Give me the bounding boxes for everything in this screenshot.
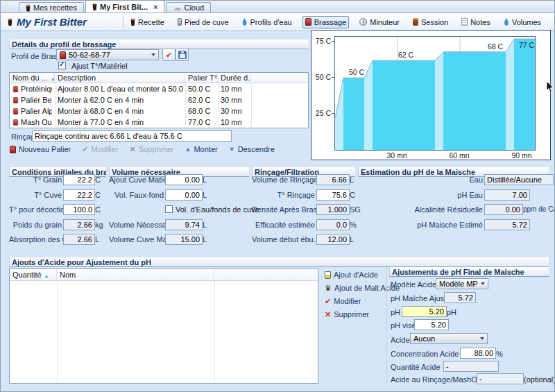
button-label: Ajout de Malt Acide [334, 284, 400, 292]
ph-input[interactable] [402, 306, 447, 317]
cell-temp: 50.0 C [185, 83, 218, 94]
tab-mes-recettes[interactable]: Mes recettes [19, 2, 84, 12]
recipe-title: My First Bitter [1, 16, 119, 28]
acid-buttons: Ajout d'Acide♛Ajout de Malt Acide✔Modifi… [325, 271, 400, 318]
step-name: Protéinique [21, 83, 52, 94]
tab-close-icon[interactable]: × [153, 3, 157, 10]
volume-d-but-bu-value [316, 234, 350, 245]
toolbar-button-volumes[interactable]: Volumes [501, 16, 544, 28]
mashtun-icon [13, 86, 18, 92]
column-header-duration[interactable]: Durée d... [218, 73, 251, 83]
t-rin-age-input[interactable] [316, 189, 350, 201]
t-rin-age-unit: C [350, 191, 355, 199]
ph-adjusted-value [444, 292, 476, 303]
toolbar-button-notes[interactable]: Notes [459, 16, 493, 28]
acid-model-value: Modèle MPH 3 [439, 280, 478, 288]
vol-faux-fond-label: Vol. Faux-fond [109, 191, 164, 199]
tab-label: Mes recettes [33, 3, 77, 12]
column-divider [55, 83, 56, 127]
column-header-quantity[interactable]: Quantité▲ [10, 269, 57, 280]
acid-select[interactable]: Aucun [410, 333, 488, 344]
beersmith-window: Mes recettesMy First Bit...×☁Cloud My Fi… [0, 0, 555, 392]
save-profile-button[interactable] [176, 49, 189, 61]
acid-concentration-label: Concentration Acide [391, 350, 459, 358]
toolbar-button-session[interactable]: Session [410, 16, 451, 28]
page-title: My First Bitter [17, 16, 87, 28]
toolbar-button-recette[interactable]: Recette [128, 16, 167, 28]
column-divider [185, 83, 186, 127]
toolbar-button-minuteur[interactable]: Minuteur [357, 16, 402, 28]
x-axis-tick-label: 30 mn [382, 151, 412, 160]
volume-d-but-bu-unit: L [350, 235, 354, 244]
chart-step-label: 68 C [488, 42, 504, 51]
acid-quantity-label: Quantité Acide [391, 363, 441, 371]
absorption-des-grains-unit: L [95, 235, 99, 244]
efficacit-estim-e-value [316, 219, 350, 230]
ajout-de-malt-acide-button[interactable]: ♛Ajout de Malt Acide [325, 284, 400, 292]
nouveau-palier-button[interactable]: Nouveau Palier [10, 145, 71, 153]
mashtun-icon [13, 119, 18, 126]
mashtun-icon [10, 146, 16, 153]
t-cuve-label: T° Cuve [9, 191, 62, 199]
chevron-down-icon [151, 53, 155, 56]
adjust-temp-checkbox[interactable]: Ajust T°/Matériel [58, 62, 128, 70]
t-cuve-input[interactable] [63, 189, 95, 201]
column-header-temp[interactable]: Palier T° [185, 73, 218, 83]
y-axis-tick-label: 25 C [313, 109, 331, 117]
ph-target-input[interactable] [414, 319, 449, 330]
supprimer-button: ✕Supprimer [130, 145, 174, 153]
pint-icon [8, 18, 12, 26]
ph-maische-estim-label: pH Maische Estimé [358, 221, 483, 229]
eau-value [484, 174, 554, 185]
acid-concentration-input[interactable] [460, 348, 496, 359]
column-divider [214, 281, 215, 382]
t-grain-input[interactable] [63, 174, 95, 185]
monter-button[interactable]: ▲Monter [185, 145, 218, 153]
ph-label: pH [391, 308, 400, 316]
vol-faux-fond-input[interactable] [165, 189, 203, 201]
vol-d-eau-fonds-de-cuve-checkbox[interactable]: Vol. d'Eau/fonds de cuve [165, 205, 259, 214]
step-buttons-row: Nouveau Palier✔Modifier✕Supprimer▲Monter… [10, 145, 275, 153]
toolbar-button-profils-d-eau[interactable]: Profils d'eau [239, 16, 295, 28]
sparge-description-input[interactable] [32, 130, 232, 142]
pint-icon [92, 3, 97, 10]
cell-name: Mash Out [10, 117, 55, 128]
ajout-d-acide-button[interactable]: Ajout d'Acide [325, 271, 400, 279]
modifier-button[interactable]: ✔Modifier [325, 297, 400, 305]
column-header-name[interactable]: Nom du ...▲ [10, 73, 55, 83]
tab-cloud[interactable]: ☁Cloud [166, 2, 211, 12]
toolbar-button-brassage[interactable]: Brassage [302, 16, 349, 28]
toolbar-button-pied-de-cuve[interactable]: Pied de cuve [175, 16, 232, 28]
t-pour-d-coction-input[interactable] [63, 204, 95, 215]
column-divider [251, 83, 252, 127]
pint-icon [130, 18, 135, 26]
title-toolbar-bar: My First Bitter RecettePied de cuveProfi… [1, 13, 554, 31]
tab-bar: Mes recettesMy First Bit...×☁Cloud [1, 1, 554, 13]
cell-temp: 77.0 C [185, 117, 218, 128]
toolbar-button-label: Profils d'eau [250, 18, 292, 26]
descendre-button[interactable]: ▼Descendre [229, 145, 275, 153]
y-axis-tick [332, 113, 334, 114]
acid-table: Quantité▲ Nom [9, 269, 318, 384]
delete-icon: ✕ [130, 146, 136, 153]
ph-eau-label: pH Eau [358, 191, 483, 199]
column-header-nom[interactable]: Nom [57, 269, 214, 280]
section-header-acid: Ajouts d'Acide pour Ajustement du pH [9, 257, 549, 267]
volume-n-cessaire-label: Volume Nécessaire [109, 221, 164, 229]
supprimer-button[interactable]: ✕Supprimer [325, 310, 400, 318]
mashtun-icon [305, 18, 311, 26]
ajout-cuve-mati-re-input[interactable] [165, 174, 203, 185]
edit-profile-button[interactable]: ✔ [162, 49, 176, 61]
step-name: Palier Alpha [21, 105, 52, 117]
cell-duration: 30 mn [218, 105, 251, 117]
button-label: Nouveau Palier [19, 145, 71, 153]
mash-profile-select[interactable]: 50-62-68-77 [56, 49, 159, 60]
x-axis-tick-label: 90 mn [506, 151, 537, 160]
volume-de-rin-age-unit: L [350, 176, 354, 184]
absorption-des-grains-value [63, 234, 95, 245]
column-header-description[interactable]: Description [55, 73, 185, 83]
button-label: Descendre [238, 145, 275, 153]
tab-my-first-bit[interactable]: My First Bit...× [85, 0, 165, 12]
acid-model-select[interactable]: Modèle MPH 3 [436, 278, 488, 289]
acid-label: Acide [391, 336, 410, 344]
